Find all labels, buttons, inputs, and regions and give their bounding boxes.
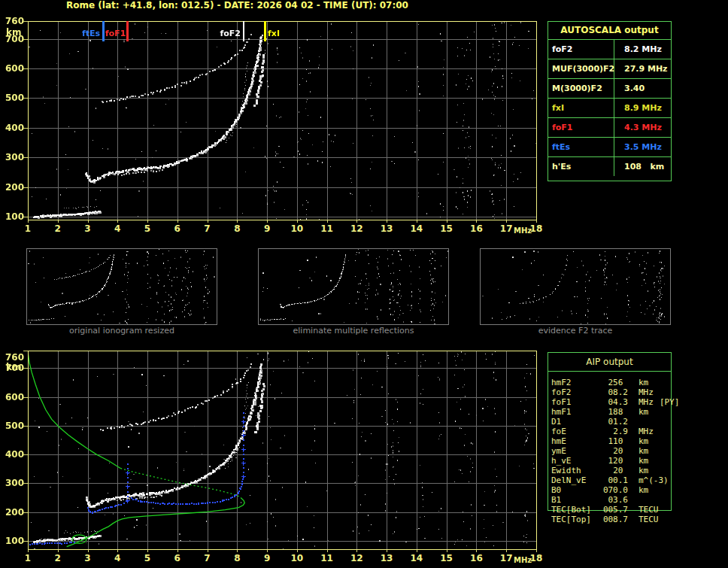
x-axis-tick xyxy=(387,550,387,552)
x-axis-tick xyxy=(177,220,178,223)
aip-label: B1 xyxy=(551,495,598,505)
aip-note: [PY] xyxy=(654,397,680,407)
x-axis-tick xyxy=(536,550,537,552)
x-axis-tick xyxy=(476,550,477,552)
aip-value: 188 xyxy=(598,407,628,417)
aip-note xyxy=(659,505,665,515)
aip-note xyxy=(648,378,654,387)
x-axis-label: 8 xyxy=(229,224,245,233)
y-axis-label: 400 xyxy=(2,123,24,132)
station-date-time-title: Rome (lat: +41.8, lon: 012.5) - DATE: 20… xyxy=(66,0,408,11)
x-axis-label: 15 xyxy=(438,554,455,563)
aip-unit: km xyxy=(628,466,648,475)
x-axis-label: 5 xyxy=(139,554,156,563)
x-axis-label: 14 xyxy=(408,224,425,233)
x-axis-tick xyxy=(208,550,208,552)
x-axis-tick xyxy=(327,220,328,223)
aip-row: hmF2256 km xyxy=(551,378,726,387)
aip-row: hmF1188 km xyxy=(551,407,726,417)
y-axis-tick xyxy=(23,426,28,427)
aip-note xyxy=(659,515,665,524)
ftes-marker-line xyxy=(102,21,105,41)
y-axis-label: 700 xyxy=(2,35,24,44)
aip-label: hmF1 xyxy=(551,407,598,417)
y-axis-label: 100 xyxy=(2,212,24,221)
x-axis-label: 18 xyxy=(528,224,544,233)
aip-label: B0 xyxy=(551,485,598,495)
autoscala-row-label: foF1 xyxy=(548,118,614,137)
aip-note xyxy=(654,427,660,436)
y-axis-label: 200 xyxy=(2,508,24,517)
aip-unit: MHz xyxy=(628,427,654,436)
x-axis-tick xyxy=(506,220,507,223)
aip-value: 2.9 xyxy=(598,427,628,436)
panel-evidence-f2-trace-canvas xyxy=(481,249,670,324)
aip-note xyxy=(654,387,660,397)
x-axis-tick xyxy=(417,220,417,223)
x-axis-tick xyxy=(237,220,238,223)
aip-unit: MHz xyxy=(628,387,654,397)
x-axis-tick xyxy=(297,550,298,552)
autoscala-row-value: 3.40 xyxy=(614,79,671,98)
autoscala-row: fxI8.9 MHz xyxy=(548,99,671,118)
aip-row: D101.2 xyxy=(551,417,726,427)
y-axis-tick xyxy=(23,512,28,513)
y-axis-tick xyxy=(23,157,28,158)
x-axis-label: 2 xyxy=(50,224,66,233)
autoscala-row-value: 8.9 MHz xyxy=(614,99,671,117)
y-axis-tick xyxy=(23,397,28,398)
panel-evidence-f2-trace xyxy=(480,248,671,325)
y-axis-label: 760 xyxy=(2,353,24,362)
aip-note xyxy=(648,456,654,466)
aip-unit xyxy=(628,495,639,505)
aip-row: foF208.2MHz xyxy=(551,387,726,397)
x-axis-tick xyxy=(117,550,118,552)
aip-note xyxy=(648,407,654,417)
x-axis-label: 2 xyxy=(50,554,66,563)
y-axis-label: 400 xyxy=(2,450,24,459)
aip-value: 005.7 xyxy=(598,505,628,515)
aip-unit: km xyxy=(628,436,648,446)
x-axis-label: 12 xyxy=(348,554,365,563)
x-axis-label: 11 xyxy=(319,554,335,563)
y-axis-label: 300 xyxy=(2,153,24,162)
x-axis-tick xyxy=(417,550,417,552)
aip-value: 00.1 xyxy=(598,475,628,485)
y-axis-tick xyxy=(23,39,28,40)
x-axis-label: 16 xyxy=(468,224,484,233)
y-axis-label: 600 xyxy=(2,64,24,73)
aip-note xyxy=(648,485,654,495)
aip-label: ymE xyxy=(551,446,598,456)
y-axis-label: 600 xyxy=(2,393,24,402)
autoscala-output-table: AUTOSCALA output foF28.2 MHzMUF(3000)F22… xyxy=(548,21,672,181)
autoscala-row: foF28.2 MHz xyxy=(548,40,671,59)
x-axis-tick xyxy=(237,550,238,552)
x-axis-tick xyxy=(147,220,148,223)
y-axis-tick xyxy=(23,128,28,129)
aip-value: 01.2 xyxy=(598,417,628,427)
x-axis-label: 15 xyxy=(438,224,455,233)
aip-row: TEC[Top]008.7TECU xyxy=(551,515,726,524)
x-axis-label: 1 xyxy=(20,554,36,563)
aip-value: 20 xyxy=(598,446,628,456)
aip-label: D1 xyxy=(551,417,598,427)
autoscala-row-label: h'Es xyxy=(548,157,614,176)
y-axis-label: 200 xyxy=(2,183,24,192)
autoscala-row-value: 4.3 MHz xyxy=(614,118,671,137)
aip-header-divider xyxy=(548,371,672,372)
aip-label: foE xyxy=(551,427,598,436)
y-axis-label: 500 xyxy=(2,93,24,102)
aip-unit xyxy=(628,417,639,427)
x-axis-label: 4 xyxy=(109,224,126,233)
panel-original-ionogram-canvas xyxy=(27,249,217,324)
fxi-marker-line xyxy=(264,21,266,41)
aip-value: 008.7 xyxy=(598,515,628,524)
aip-value: 20 xyxy=(598,466,628,475)
x-axis-label: 9 xyxy=(259,224,275,233)
aip-value: 04.3 xyxy=(598,397,628,407)
x-axis-tick xyxy=(297,220,298,223)
aip-label: TEC[Bot] xyxy=(551,505,598,515)
x-axis-tick xyxy=(506,550,507,552)
x-axis-label: 3 xyxy=(80,224,96,233)
aip-unit: km xyxy=(628,456,648,466)
